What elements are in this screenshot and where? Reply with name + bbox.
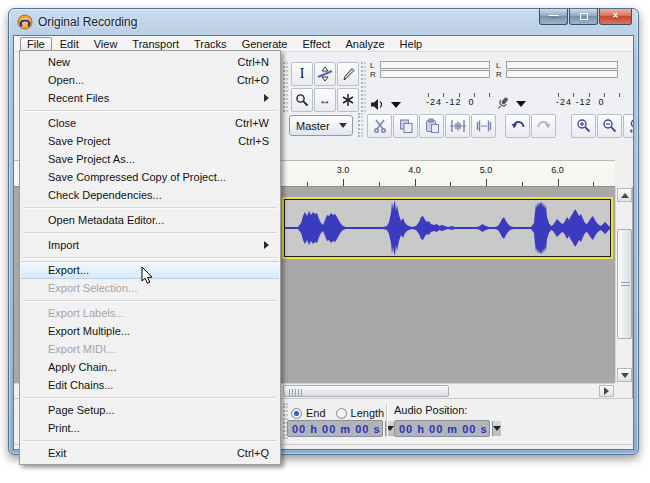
device-select-value: Master <box>296 120 330 132</box>
menubar-item-effect[interactable]: Effect <box>296 37 338 51</box>
draw-tool-button[interactable] <box>337 62 359 86</box>
menubar-item-file[interactable]: File <box>20 37 52 51</box>
edit-toolbar-grip[interactable] <box>358 113 363 137</box>
cut-button[interactable] <box>367 114 392 138</box>
playback-meter-controls <box>370 98 401 111</box>
multi-tool-button[interactable] <box>337 88 359 112</box>
menu-item-save-project[interactable]: Save ProjectCtrl+S <box>21 132 279 150</box>
menubar-item-edit[interactable]: Edit <box>53 37 86 51</box>
menu-item-label: Apply Chain... <box>48 361 116 373</box>
menu-separator <box>23 300 277 301</box>
maximize-button[interactable] <box>569 9 598 25</box>
menubar-item-analyze[interactable]: Analyze <box>338 37 391 51</box>
menu-item-export-multiple[interactable]: Export Multiple... <box>21 322 279 340</box>
ruler-tick <box>379 182 380 186</box>
menu-item-open-metadata-editor[interactable]: Open Metadata Editor... <box>21 211 279 229</box>
recording-meter-bar-left <box>506 61 618 69</box>
menu-item-open[interactable]: Open...Ctrl+O <box>21 71 279 89</box>
audacity-app-icon <box>17 14 33 30</box>
trim-audio-button[interactable] <box>445 114 470 138</box>
magnifier-icon <box>295 93 309 107</box>
scroll-right-icon <box>604 387 609 395</box>
zoom-in-button[interactable] <box>571 114 596 138</box>
redo-button[interactable] <box>531 114 556 138</box>
recording-meter[interactable]: L R <box>496 61 624 113</box>
asterisk-icon <box>341 93 355 107</box>
close-icon: × <box>613 11 619 21</box>
menu-item-edit-chains[interactable]: Edit Chains... <box>21 376 279 394</box>
horizontal-scroll-thumb[interactable] <box>283 385 449 397</box>
menu-item-page-setup[interactable]: Page Setup... <box>21 401 279 419</box>
vertical-scrollbar[interactable] <box>615 187 632 383</box>
menu-item-save-project-as[interactable]: Save Project As... <box>21 150 279 168</box>
recording-meter-dropdown[interactable] <box>516 101 526 107</box>
selection-end-timefield[interactable]: 00 h 00 m 00 s <box>287 420 383 437</box>
menu-item-label: Save Project <box>48 135 110 147</box>
menu-item-label: Export Selection... <box>48 282 137 294</box>
selection-tool-button[interactable]: I <box>291 62 313 86</box>
scroll-down-button[interactable] <box>617 368 632 382</box>
playback-meter-bar-right <box>380 70 490 78</box>
audio-position-time-dropdown[interactable] <box>492 421 501 436</box>
silence-audio-button[interactable] <box>471 114 496 138</box>
menu-item-label: Recent Files <box>48 92 109 104</box>
end-radio-label: End <box>306 407 326 419</box>
zoom-tool-button[interactable] <box>291 88 313 112</box>
ruler-label: 5.0 <box>480 165 493 175</box>
menubar-item-generate[interactable]: Generate <box>235 37 295 51</box>
playback-meter[interactable]: L R -24 -12 0 <box>370 61 492 113</box>
menu-item-save-compressed-copy-of-project[interactable]: Save Compressed Copy of Project... <box>21 168 279 186</box>
menubar-item-help[interactable]: Help <box>393 37 430 51</box>
playback-meter-dropdown[interactable] <box>391 102 401 108</box>
menu-item-shortcut: Ctrl+S <box>238 135 269 147</box>
scroll-up-button[interactable] <box>617 188 632 202</box>
close-button[interactable]: × <box>599 9 632 25</box>
titlebar[interactable]: Original Recording — × <box>9 9 638 35</box>
menu-separator <box>23 110 277 111</box>
menu-item-shortcut: Ctrl+O <box>237 74 269 86</box>
edit-toolbar <box>358 113 634 138</box>
menubar-item-transport[interactable]: Transport <box>125 37 186 51</box>
paste-button[interactable] <box>419 114 444 138</box>
menu-item-check-dependencies[interactable]: Check Dependencies... <box>21 186 279 204</box>
audio-track[interactable] <box>282 197 613 259</box>
tools-toolbar-grip[interactable] <box>283 62 288 112</box>
fit-selection-button[interactable] <box>623 114 634 138</box>
recording-meter-controls <box>496 96 526 111</box>
selection-end-time: 00 h 00 m 00 s <box>288 423 385 435</box>
menu-item-recent-files[interactable]: Recent Files <box>21 89 279 107</box>
playback-meter-grip[interactable] <box>361 62 366 112</box>
menu-item-shortcut: Ctrl+W <box>235 117 269 129</box>
end-radio[interactable] <box>291 408 302 419</box>
copy-button[interactable] <box>393 114 418 138</box>
menu-item-label: Save Project As... <box>48 153 135 165</box>
timeshift-tool-button[interactable]: ↔ <box>314 88 336 112</box>
menubar-item-tracks[interactable]: Tracks <box>187 37 234 51</box>
menu-separator <box>23 207 277 208</box>
waveform-view[interactable] <box>285 200 610 256</box>
menu-item-close[interactable]: CloseCtrl+W <box>21 114 279 132</box>
menu-separator <box>23 257 277 258</box>
device-select[interactable]: Master <box>289 115 353 136</box>
menu-item-new[interactable]: NewCtrl+N <box>21 53 279 71</box>
menubar-item-view[interactable]: View <box>87 37 125 51</box>
menu-item-export-midi: Export MIDI... <box>21 340 279 358</box>
undo-button[interactable] <box>505 114 530 138</box>
vertical-scroll-thumb[interactable] <box>617 229 632 339</box>
menu-item-label: Open... <box>48 74 84 86</box>
zoom-out-button[interactable] <box>597 114 622 138</box>
menu-item-exit[interactable]: ExitCtrl+Q <box>21 444 279 462</box>
menu-item-import[interactable]: Import <box>21 236 279 254</box>
screenshot-stage: Original Recording — × FileEditViewTrans… <box>0 0 650 483</box>
minimize-button[interactable]: — <box>539 9 568 25</box>
menu-item-label: Import <box>48 239 79 251</box>
menu-item-apply-chain[interactable]: Apply Chain... <box>21 358 279 376</box>
menu-item-label: Exit <box>48 447 66 459</box>
ruler-label: 6.0 <box>551 165 564 175</box>
audio-position-timefield[interactable]: 00 h 00 m 00 s <box>394 420 490 437</box>
window-title: Original Recording <box>38 15 137 29</box>
scroll-right-button[interactable] <box>599 385 614 397</box>
envelope-tool-button[interactable] <box>314 62 336 86</box>
length-radio[interactable] <box>336 408 347 419</box>
menu-item-print[interactable]: Print... <box>21 419 279 437</box>
